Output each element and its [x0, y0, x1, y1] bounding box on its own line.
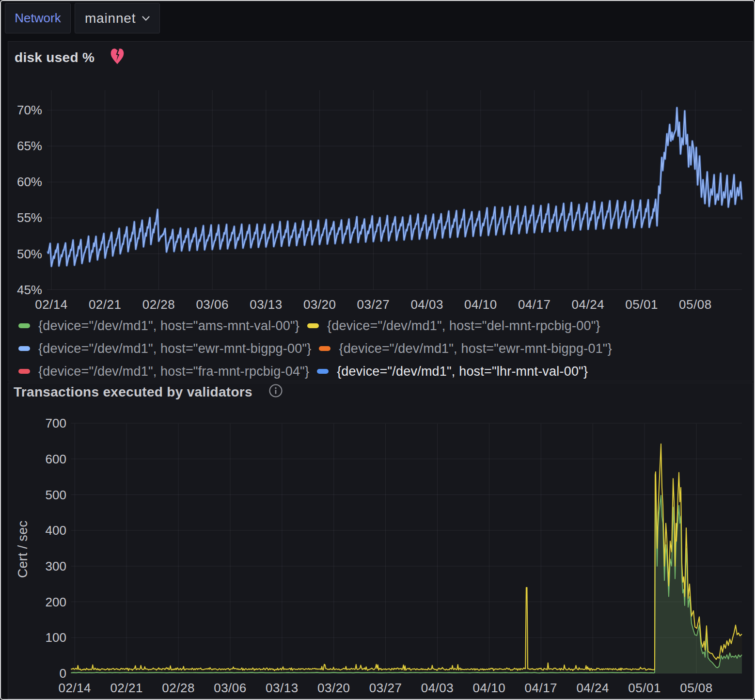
- svg-text:100: 100: [46, 630, 66, 645]
- svg-text:02/21: 02/21: [110, 681, 143, 695]
- svg-text:03/20: 03/20: [317, 681, 350, 695]
- svg-text:04/24: 04/24: [576, 681, 609, 695]
- svg-text:03/06: 03/06: [214, 681, 247, 695]
- svg-text:700: 700: [46, 416, 66, 430]
- svg-text:04/17: 04/17: [525, 681, 558, 695]
- svg-text:Cert / sec: Cert / sec: [16, 521, 30, 578]
- svg-text:400: 400: [46, 523, 66, 538]
- svg-text:300: 300: [46, 559, 66, 573]
- svg-text:03/13: 03/13: [266, 681, 299, 695]
- svg-text:05/08: 05/08: [680, 681, 713, 695]
- svg-text:200: 200: [46, 595, 66, 609]
- svg-text:03/27: 03/27: [369, 681, 402, 695]
- svg-text:04/10: 04/10: [473, 681, 506, 695]
- svg-text:600: 600: [46, 452, 66, 466]
- svg-text:500: 500: [46, 488, 66, 502]
- svg-text:02/14: 02/14: [59, 681, 92, 695]
- svg-text:05/01: 05/01: [628, 681, 661, 695]
- svg-text:02/28: 02/28: [162, 681, 195, 695]
- svg-text:0: 0: [60, 666, 66, 681]
- svg-text:04/03: 04/03: [421, 681, 454, 695]
